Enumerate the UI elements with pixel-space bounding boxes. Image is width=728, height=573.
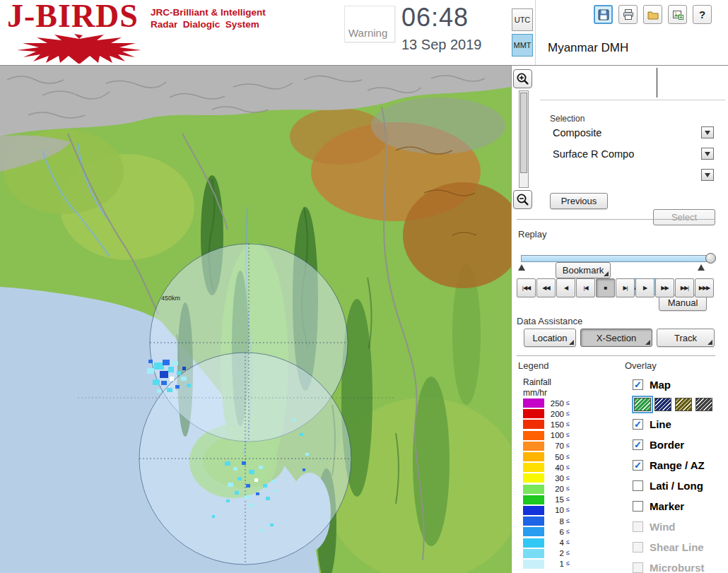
map-color-swatch[interactable] — [695, 398, 712, 411]
open-folder-button[interactable] — [643, 5, 662, 24]
product-dropdown-arrow[interactable] — [701, 148, 714, 160]
map-color-swatch[interactable] — [675, 398, 692, 411]
da-location-button[interactable]: Location — [524, 329, 576, 347]
overlay-item-label: Range / AZ — [650, 459, 705, 471]
overlay-item-line[interactable]: ✓Line — [633, 414, 727, 435]
legend-color-swatch — [523, 473, 544, 483]
save-button[interactable] — [594, 5, 613, 24]
replay-timeline-slider[interactable] — [521, 255, 715, 262]
legend-rows: 250≤200≤150≤100≤70≤50≤40≤30≤20≤15≤10≤8≤6… — [523, 398, 570, 569]
legend-value: 50 — [546, 453, 564, 461]
legend-row: 70≤ — [523, 441, 570, 451]
overlay-item-microburst: Microburst — [633, 557, 727, 573]
composite-dropdown-arrow[interactable] — [701, 126, 714, 138]
legend-color-swatch — [523, 452, 544, 461]
print-button[interactable] — [618, 5, 638, 24]
legend-row: 4≤ — [523, 537, 570, 548]
checkbox[interactable] — [633, 501, 643, 512]
map-color-swatch[interactable] — [634, 398, 651, 411]
folder-icon — [647, 8, 659, 21]
legend-lte-sign: ≤ — [566, 517, 570, 524]
legend-lte-sign: ≤ — [566, 506, 570, 513]
printer-icon — [622, 8, 635, 21]
stop-button[interactable]: ■ — [596, 278, 615, 297]
option-dropdown-arrow[interactable] — [701, 169, 714, 181]
checkbox[interactable]: ✓ — [633, 460, 643, 471]
rewind-button[interactable]: ◀◀ — [536, 278, 556, 297]
legend-color-swatch — [523, 431, 544, 440]
legend-unit: mm/hr — [523, 388, 547, 398]
play-backward-button[interactable]: ◀ — [556, 278, 575, 297]
play-button[interactable]: ▶ — [635, 278, 654, 297]
product-dropdown[interactable]: Surface R Compo — [551, 146, 714, 163]
go-latest-button[interactable]: ▶▶▶ — [695, 278, 714, 297]
toolbar: ? — [594, 5, 712, 24]
overlay-item-map[interactable]: ✓Map — [633, 374, 727, 395]
timeline-end-marker — [698, 264, 705, 271]
previous-button[interactable]: Previous — [550, 193, 608, 209]
checkbox[interactable]: ✓ — [633, 439, 643, 450]
overlay-item-lati-long[interactable]: Lati / Long — [633, 475, 727, 496]
select-button[interactable]: Select — [653, 209, 715, 225]
step-forward-button[interactable]: ▶| — [616, 278, 635, 297]
mmt-button[interactable]: MMT — [512, 34, 533, 57]
fast-forward-button[interactable]: ▶▶ — [655, 278, 674, 297]
help-button[interactable]: ? — [693, 5, 712, 24]
skip-to-end-button[interactable]: ▶▶| — [675, 278, 694, 297]
legend-color-swatch — [523, 463, 544, 472]
legend-row: 8≤ — [523, 516, 570, 526]
composite-dropdown[interactable]: Composite — [551, 125, 714, 142]
overlay-label: Overlay — [625, 360, 657, 371]
checkbox[interactable] — [633, 480, 643, 491]
zoom-slider-thumb[interactable] — [520, 93, 527, 173]
zoom-slider[interactable] — [519, 90, 529, 188]
capture-image-button[interactable] — [668, 5, 687, 24]
bookmark-button[interactable]: Bookmark — [556, 262, 611, 278]
overlay-color-swatches — [634, 396, 727, 413]
da-track-button[interactable]: Track — [657, 329, 715, 347]
overlay-item-wind: Wind — [633, 516, 727, 537]
da-x-section-button[interactable]: X-Section — [580, 329, 652, 347]
composite-dropdown-value: Composite — [553, 127, 601, 138]
zoom-out-button[interactable] — [513, 190, 532, 209]
step-back-button[interactable]: |◀ — [576, 278, 595, 297]
overlay-item-border[interactable]: ✓Border — [633, 435, 727, 455]
utc-button[interactable]: UTC — [512, 8, 533, 31]
eagle-logo-icon — [10, 33, 148, 64]
zoom-in-button[interactable] — [513, 69, 532, 88]
legend-color-swatch — [523, 409, 544, 418]
legend-title: Rainfall — [523, 377, 551, 387]
legend-color-swatch — [523, 549, 544, 558]
product-dropdown-value: Surface R Compo — [553, 148, 634, 160]
checkbox[interactable]: ✓ — [633, 419, 643, 430]
data-assistance-label: Data Assistance — [517, 316, 582, 326]
right-panel: Selection Composite Surface R Compo Prev… — [511, 66, 728, 573]
skip-to-start-button[interactable]: |◀◀ — [517, 278, 536, 297]
replay-slider-thumb[interactable] — [705, 253, 716, 264]
separator — [517, 355, 715, 356]
checkbox — [633, 562, 643, 573]
legend-lte-sign: ≤ — [566, 474, 570, 481]
option-dropdown[interactable] — [551, 167, 714, 184]
legend-value: 4 — [546, 538, 564, 547]
legend-color-swatch — [523, 420, 544, 429]
legend-row: 40≤ — [523, 462, 570, 473]
overlay-item-marker[interactable]: Marker — [633, 496, 727, 516]
overlay-column: ✓Map ✓Line✓Border✓Range / AZLati / LongM… — [633, 374, 727, 573]
map-color-swatch[interactable] — [654, 398, 671, 411]
legend-row: 30≤ — [523, 473, 570, 483]
selection-label: Selection — [550, 114, 585, 124]
legend-row: 50≤ — [523, 451, 570, 462]
legend-row: 20≤ — [523, 484, 570, 495]
legend-lte-sign: ≤ — [566, 442, 570, 449]
overlay-map-slot: ✓Map — [633, 374, 727, 395]
question-icon: ? — [699, 8, 705, 20]
radar-map[interactable]: 450km — [0, 66, 511, 573]
checkbox[interactable]: ✓ — [633, 379, 643, 390]
site-info-box — [540, 66, 725, 100]
legend-lte-sign: ≤ — [566, 399, 570, 406]
legend-value: 30 — [546, 474, 564, 483]
legend-value: 150 — [546, 420, 564, 429]
overlay-item-label: Border — [650, 439, 684, 451]
overlay-item-range-az[interactable]: ✓Range / AZ — [633, 455, 727, 475]
